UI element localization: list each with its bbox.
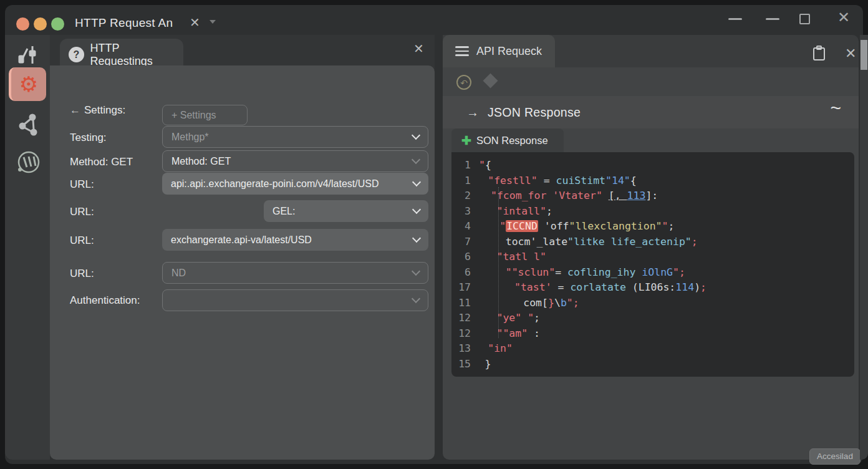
tune-icon[interactable] — [5, 44, 50, 66]
globe-icon[interactable] — [5, 148, 50, 176]
code-line: 17"tast' = corlatate (LI06s:114); — [451, 280, 854, 296]
collapse-icon[interactable]: ~ — [830, 97, 841, 118]
url-label-3: URL: — [70, 234, 94, 247]
sidebar-item-settings[interactable]: ⚙ — [9, 67, 46, 101]
plus-icon: ✚ — [461, 133, 471, 148]
undo-circle-icon[interactable]: ↶ — [456, 75, 471, 90]
traffic-light-zoom-icon[interactable] — [51, 17, 64, 31]
code-line: 12"ye" "; — [451, 311, 854, 326]
traffic-light-close-icon[interactable] — [16, 17, 29, 31]
code-lines: 1"{1"festll" = cuiStimt"14"{2"fcom_for '… — [451, 158, 854, 372]
panel-close-icon[interactable]: ✕ — [413, 42, 424, 55]
url-select-3[interactable]: exchangerate.api-va/latest/USD — [162, 229, 428, 251]
sidebar: ⚙ — [5, 35, 50, 460]
code-line: 1"festll" = cuiStimt"14"{ — [451, 173, 854, 189]
request-form-panel: ←Settings: + Settings Testing: Methgp* M… — [50, 65, 435, 460]
settings-label: ←Settings: — [70, 104, 125, 117]
testing-label: Testing: — [70, 132, 107, 144]
question-circle-icon: ? — [69, 47, 84, 62]
maximize-icon[interactable] — [799, 14, 810, 24]
authentication-select[interactable] — [162, 289, 428, 311]
back-arrow-icon: ← — [70, 104, 80, 116]
code-line: 7tocm'_late"litke life_actenip"; — [451, 234, 854, 250]
app-window: HTTP Request An ✕ ✕ ⚙ — [5, 5, 863, 464]
chevron-down-icon — [412, 155, 420, 164]
code-line: 3"intall"; — [451, 204, 854, 220]
url-select-2[interactable]: GEL: — [264, 200, 428, 222]
share-icon[interactable] — [5, 112, 50, 137]
chevron-down-icon — [412, 294, 420, 303]
method-label: Method: GET — [70, 156, 133, 168]
code-line: 2"fcom_for 'Vtater" [, 113]: — [451, 188, 854, 204]
status-badge[interactable]: Accesilad — [809, 448, 861, 465]
clipboard-icon[interactable] — [812, 45, 827, 61]
chevron-down-icon — [412, 131, 420, 140]
url-select-1[interactable]: api:.api:.exchangerate-poini.com/v4/late… — [162, 173, 428, 195]
scrollbar[interactable] — [860, 35, 868, 460]
method-select[interactable]: Method: GET — [162, 150, 428, 172]
code-tab-label: SON Response — [476, 135, 548, 147]
code-line: 1"{ — [451, 158, 854, 173]
scrollbar-thumb[interactable] — [861, 40, 867, 70]
code-line: 15} — [451, 357, 854, 372]
add-settings-button[interactable]: + Settings — [162, 105, 248, 125]
chevron-down-icon — [412, 178, 421, 186]
chevron-down-icon — [412, 267, 420, 276]
code-line: 4"ICCND 'off"llexclangtion""; — [451, 219, 854, 234]
url-label-4: URL: — [70, 268, 94, 280]
window-close-icon[interactable]: ✕ — [837, 11, 850, 24]
url-select-4[interactable]: ND — [162, 262, 428, 284]
url-label-1: URL: — [70, 178, 94, 191]
url-label-2: URL: — [70, 206, 94, 218]
testing-select[interactable]: Methgp* — [162, 126, 428, 148]
caret-down-icon[interactable] — [210, 20, 216, 24]
minimize-icon-2[interactable] — [766, 18, 779, 20]
code-line: 13"in" — [451, 341, 854, 357]
traffic-light-minimize-icon[interactable] — [34, 17, 47, 31]
code-line: 6"tatl l" — [451, 249, 854, 265]
code-line: 11com[}\b"; — [451, 296, 854, 311]
window-title: HTTP Request An — [75, 16, 173, 30]
response-panel: ↶ → JSON Response ~ ✚ SON Response 1"{1"… — [443, 67, 859, 460]
diamond-icon[interactable] — [483, 73, 498, 88]
right-panel-close-icon[interactable]: ✕ — [845, 47, 856, 60]
json-response-header[interactable]: → JSON Response ~ — [443, 96, 859, 128]
json-code-editor[interactable]: 1"{1"festll" = cuiStimt"14"{2"fcom_for '… — [451, 152, 854, 377]
arrow-right-icon: → — [466, 105, 479, 120]
tab-son-response[interactable]: ✚ SON Response — [451, 128, 564, 152]
tab-api-request[interactable]: API Requeck — [443, 35, 555, 67]
tab-close-icon[interactable]: ✕ — [190, 16, 200, 29]
code-line: 6""sclun"= cofling_ihy iOlnG"; — [451, 265, 854, 281]
gear-icon: ⚙ — [11, 69, 46, 100]
tab-label: API Requeck — [476, 45, 542, 58]
hamburger-icon — [455, 44, 469, 59]
chevron-down-icon — [412, 205, 421, 214]
code-line: 12""am" : — [451, 326, 854, 342]
section-title: JSON Response — [488, 105, 581, 120]
minimize-icon[interactable] — [728, 18, 742, 20]
authentication-label: Authentication: — [70, 294, 140, 307]
tab-label: HTTP Requestings — [90, 42, 183, 68]
chevron-down-icon — [412, 234, 421, 243]
